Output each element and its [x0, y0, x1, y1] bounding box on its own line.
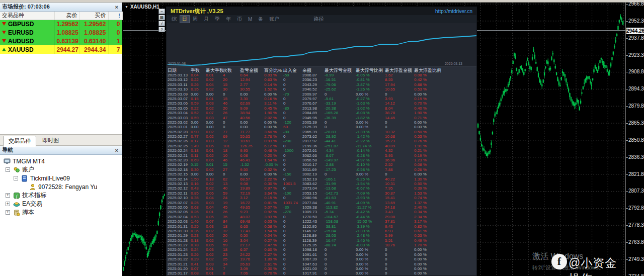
arrow-up-icon [2, 48, 6, 51]
market-watch-titlebar[interactable]: 市场报价: 07:03:06 × [0, 3, 122, 12]
tree-item-indicator[interactable]: +f技术指标 [1, 191, 122, 200]
stats-menu-item-季[interactable]: 季 [212, 16, 223, 23]
navigator-titlebar[interactable]: 导航 × [0, 146, 122, 155]
expand-icon[interactable]: + [6, 193, 10, 198]
help-button[interactable]: ? [158, 27, 165, 32]
stats-menu-item-日[interactable]: 日 [180, 15, 190, 23]
minimize-button[interactable]: − [158, 9, 165, 14]
price-axis[interactable]: 2944.26 2966.802952.302937.802923.302908… [625, 3, 644, 276]
stats-menu-item-综[interactable]: 综 [169, 16, 180, 23]
stats-row: 2025.03.040.520.072638.941.90 %02084.89-… [167, 111, 476, 115]
market-watch-col-0[interactable]: 交易品种 [0, 12, 54, 20]
stats-row: 2025.02.251.490.06101126.756.12 %02199.3… [167, 144, 476, 148]
tab-symbols[interactable]: 交易品种 [3, 136, 36, 147]
navigator-title: 导航 [2, 146, 13, 154]
stats-row: 2025.02.141.500.186268.572.22 %03152.19-… [167, 177, 476, 181]
ea-panel-buttons: −▦√? [158, 9, 165, 32]
tree-item-ea[interactable]: +EA交易 [1, 200, 122, 208]
price-axis-label: 2763.80 [628, 239, 644, 245]
stats-row: 2025.02.120.430.024019.890.97 %02073.04-… [167, 186, 476, 191]
stats-table-body: 2025.03.130.040.0140.640.03 %-502006.87-… [167, 73, 476, 276]
stats-menu-item-M[interactable]: M [245, 17, 255, 22]
price-axis-label: 2966.80 [628, 1, 644, 7]
server-icon [4, 158, 11, 165]
market-watch-row-GBPUSD[interactable]: GBPUSD1.295621.295620 [0, 20, 122, 28]
collapse-icon[interactable]: − [6, 167, 10, 172]
axis-tick [626, 174, 628, 175]
mtdriver-stats-panel[interactable]: MTDriver统计 ,V3.25 http://mtdriver.cn 综日周… [166, 7, 477, 276]
tree-item-accounts[interactable]: −账户 [1, 165, 122, 174]
stats-row: 2025.02.130.160.02139.080.30 %1001.53083… [167, 181, 476, 186]
axis-tick [626, 106, 628, 107]
equity-start-date: 2025.01.08 [168, 62, 186, 65]
tree-item-label: TMGM MT4 [13, 158, 45, 165]
stats-titlebar[interactable]: MTDriver统计 ,V3.25 http://mtdriver.cn [167, 7, 476, 15]
stats-menu-item-账户[interactable]: 账户 [266, 16, 282, 23]
axis-tick [626, 208, 628, 209]
price-axis-label: 2807.30 [628, 188, 644, 194]
arrow-down-icon [2, 22, 6, 26]
close-icon[interactable]: × [114, 4, 120, 10]
current-price-badge: 2944.26 [626, 28, 644, 34]
arrow-down-icon [2, 31, 6, 34]
market-watch-tabs: 交易品种 即时图 [0, 134, 122, 146]
equity-curve [167, 23, 476, 66]
equity-end-date: 2025.03.13 [445, 62, 462, 65]
price-axis-label: 2923.30 [628, 52, 644, 58]
axis-tick [626, 191, 628, 192]
stats-row: 2025.02.210.110.02106.080.20 %03062.66-8… [167, 153, 476, 158]
stats-row: 2025.02.190.150.0115-1.52-0.05 %03010.17… [167, 162, 476, 167]
market-watch-row-XAUUSD[interactable]: XAUUSD2944.272944.347 [0, 45, 122, 54]
stats-menu-item-年[interactable]: 年 [223, 16, 234, 23]
price-axis-label: 2836.30 [628, 154, 644, 160]
price-axis-label: 2749.30 [628, 256, 644, 262]
tree-item-book[interactable]: −Tickmill-Live09 [1, 174, 122, 182]
price-axis-label: 2894.30 [628, 86, 644, 91]
market-watch-col-3[interactable]: ! [108, 12, 122, 20]
axis-tick [626, 72, 628, 72]
stats-menu-item-备[interactable]: 备 [255, 16, 266, 23]
axis-tick [626, 38, 628, 39]
chevron-down-icon: ▼ [125, 5, 128, 9]
stats-row: 2025.03.050.220.02209.090.45 %-802013.98… [167, 106, 476, 111]
stats-row: 2025.02.270.770.026955.652.76 %02073.62-… [167, 134, 476, 139]
stats-row: 2025.01.200.070.0173.090.30 %01021.0000.… [167, 266, 476, 271]
tree-item-script[interactable]: +脚本 [1, 208, 122, 217]
stats-row: 2025.02.040.530.053548.073.93 %01270.50-… [167, 215, 476, 219]
expand-icon[interactable]: + [6, 210, 10, 215]
stats-menu-item-币[interactable]: 币 [234, 16, 245, 23]
stats-menu-item-路径[interactable]: 路径 [310, 16, 327, 23]
market-watch-col-2[interactable]: 买价 [79, 12, 108, 20]
collapse-icon[interactable]: − [14, 176, 18, 180]
check-button[interactable]: √ [158, 21, 165, 26]
tree-item-label: 账户 [22, 165, 34, 174]
arrow-down-icon [2, 39, 6, 43]
price-axis-label: 2778.30 [628, 222, 644, 228]
stats-row: 2025.01.170.080.0187.060.70 %01017.9100.… [167, 271, 476, 275]
social-handle-watermark: @小资金操作ea [569, 255, 625, 276]
tree-item-label: 脚本 [22, 208, 34, 217]
axis-tick [626, 89, 628, 89]
stats-row: 2025.02.280.900.027771.773.60 %-802065.3… [167, 130, 476, 134]
stats-table-header: 日期手数最大手数次数盈亏金额百分比%出入金余额最大浮亏金额最大浮亏比例最大浮盈金… [167, 66, 476, 73]
tab-tick-chart[interactable]: 即时图 [37, 136, 64, 146]
market-watch-row-EURUSD[interactable]: EURUSD1.088251.088250 [0, 28, 122, 37]
stats-row: 2025.02.100.350.04243.120.15 %02080.96-8… [167, 196, 476, 200]
tree-item-server[interactable]: TMGM MT4 [1, 157, 122, 165]
market-watch-col-1[interactable]: 卖价 [54, 12, 79, 20]
stats-url-link[interactable]: http://mtdriver.cn [435, 9, 472, 14]
stats-row: 2025.03.020.000.0000.000.00 %-1202005.39… [167, 120, 476, 125]
stats-menu-item-月[interactable]: 月 [201, 16, 212, 23]
market-watch-row-AUDUSD[interactable]: AUDUSD0.631390.631401 [0, 37, 122, 45]
stats-title: MTDriver统计 ,V3.25 [171, 8, 223, 15]
stats-menu-item-周[interactable]: 周 [190, 16, 201, 23]
expand-icon[interactable]: + [6, 202, 10, 206]
stats-row: 2025.01.310.250.03186.630.58 %01152.95-3… [167, 224, 476, 229]
mt4-window: 市场报价: 07:03:06 × 交易品种卖价买价! GBPUSD1.29562… [0, 0, 644, 276]
grid-button[interactable]: ▦ [158, 15, 165, 20]
ea-icon [13, 201, 20, 208]
close-icon[interactable]: × [114, 147, 120, 153]
stats-row: 2025.03.060.590.034662.693.11 %02076.67-… [167, 101, 476, 106]
stats-row: 2025.02.031.460.078469.486.03 %01222.43-… [167, 219, 476, 224]
tree-item-person[interactable]: 9072528: Fengyan Yu [1, 182, 122, 191]
